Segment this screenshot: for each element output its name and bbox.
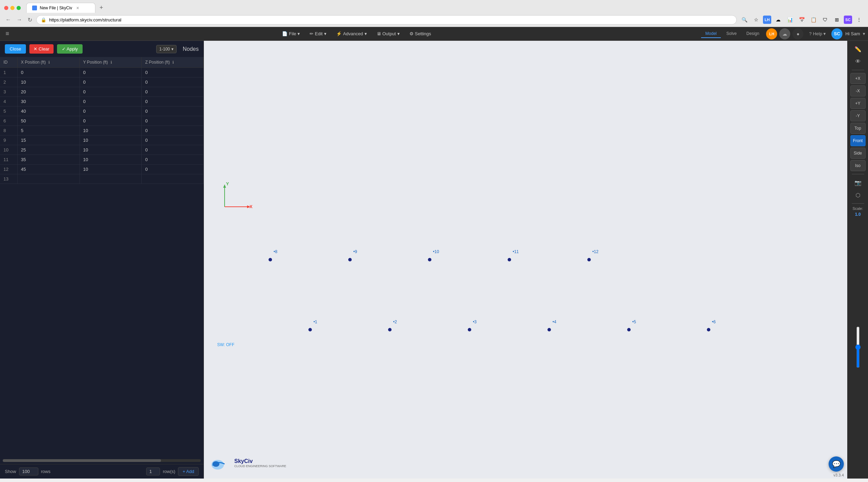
cell-id-2[interactable]: 2 <box>0 77 17 87</box>
cell-x-12[interactable]: 45 <box>17 165 79 174</box>
cell-id-9[interactable]: 9 <box>0 136 17 145</box>
node-point-4[interactable] <box>547 328 551 332</box>
node-point-3[interactable] <box>468 328 471 332</box>
menu-item-edit[interactable]: ✏ Edit ▾ <box>305 29 330 38</box>
cell-y-3[interactable]: 0 <box>79 87 142 97</box>
layers-button[interactable]: ⬡ <box>850 189 866 201</box>
cell-x-6[interactable]: 50 <box>17 116 79 126</box>
extension-security[interactable]: 🛡 <box>820 15 830 25</box>
front-view-button[interactable]: Front <box>850 135 866 146</box>
extension-skyciv[interactable]: SC <box>844 16 852 24</box>
node-point-5[interactable] <box>627 328 631 332</box>
cell-y-13[interactable] <box>79 174 142 184</box>
cell-z-8[interactable]: 0 <box>142 126 204 136</box>
cell-z-1[interactable]: 0 <box>142 68 204 77</box>
cell-y-1[interactable]: 0 <box>79 68 142 77</box>
x-info-icon[interactable]: ℹ <box>48 60 50 64</box>
help-button[interactable]: ? Help ▾ <box>806 30 829 38</box>
cell-x-3[interactable]: 20 <box>17 87 79 97</box>
cell-x-4[interactable]: 30 <box>17 97 79 106</box>
user-greeting[interactable]: Hi Sam <box>845 31 860 36</box>
plus-y-button[interactable]: +Y <box>850 98 866 109</box>
add-row-count-input[interactable] <box>146 467 160 475</box>
apply-button[interactable]: ✓ Apply <box>57 44 83 54</box>
panel-scrollbar-area[interactable] <box>0 458 204 464</box>
menu-button[interactable]: ⋮ <box>854 15 864 25</box>
plus-x-button[interactable]: +X <box>850 73 866 84</box>
scale-slider-container[interactable] <box>855 218 861 476</box>
cell-z-4[interactable]: 0 <box>142 97 204 106</box>
toolbar-icon-cloud[interactable]: ☁ <box>779 28 790 39</box>
scale-slider[interactable] <box>855 326 861 368</box>
extension-sheet[interactable]: 📋 <box>809 15 818 25</box>
url-input[interactable] <box>49 17 732 22</box>
minus-y-button[interactable]: -Y <box>850 110 866 121</box>
cell-y-8[interactable]: 10 <box>79 126 142 136</box>
cell-z-12[interactable]: 0 <box>142 165 204 174</box>
rows-count-input[interactable] <box>19 467 38 475</box>
toolbar-icon-orange[interactable]: LH <box>766 28 777 39</box>
node-point-6[interactable] <box>707 328 710 332</box>
side-view-button[interactable]: Side <box>850 148 866 159</box>
add-row-button[interactable]: + Add <box>178 467 199 476</box>
cell-y-2[interactable]: 0 <box>79 77 142 87</box>
node-point-8[interactable] <box>268 258 272 261</box>
cell-id-13[interactable]: 13 <box>0 174 17 184</box>
cell-z-2[interactable]: 0 <box>142 77 204 87</box>
camera-button[interactable]: 📷 <box>850 177 866 188</box>
menu-item-output[interactable]: 🖥 Output ▾ <box>372 29 404 38</box>
node-point-12[interactable] <box>587 258 591 261</box>
cell-z-6[interactable]: 0 <box>142 116 204 126</box>
cell-id-11[interactable]: 11 <box>0 155 17 165</box>
cell-y-9[interactable]: 10 <box>79 136 142 145</box>
cell-x-9[interactable]: 15 <box>17 136 79 145</box>
extension-manage[interactable]: ⊞ <box>832 15 842 25</box>
menu-item-advanced[interactable]: ⚡ Advanced ▾ <box>332 29 371 38</box>
back-button[interactable]: ← <box>4 15 12 24</box>
refresh-button[interactable]: ↻ <box>26 15 34 25</box>
tab-model[interactable]: Model <box>701 30 721 38</box>
cell-y-5[interactable]: 0 <box>79 106 142 116</box>
cell-x-10[interactable]: 25 <box>17 145 79 155</box>
search-button[interactable]: 🔍 <box>739 15 749 25</box>
cell-id-8[interactable]: 8 <box>0 126 17 136</box>
extension-lh[interactable]: LH <box>763 16 771 24</box>
tab-close-button[interactable]: × <box>76 5 79 11</box>
range-selector[interactable]: 1-100 ▾ <box>156 45 177 53</box>
cell-x-8[interactable]: 5 <box>17 126 79 136</box>
cell-id-4[interactable]: 4 <box>0 97 17 106</box>
edit-toolbar-button[interactable]: ✏️ <box>850 44 866 55</box>
toolbar-icon-dark[interactable]: ● <box>792 28 803 39</box>
bookmark-button[interactable]: ☆ <box>751 15 761 25</box>
close-window-button[interactable] <box>4 6 8 10</box>
cell-y-4[interactable]: 0 <box>79 97 142 106</box>
menu-item-settings[interactable]: ⚙ Settings <box>405 29 435 38</box>
cell-y-10[interactable]: 10 <box>79 145 142 155</box>
address-bar[interactable]: 🔒 <box>36 15 737 25</box>
node-point-10[interactable] <box>428 258 431 261</box>
y-info-icon[interactable]: ℹ <box>111 60 112 64</box>
extension-chart[interactable]: 📊 <box>785 15 795 25</box>
cell-y-6[interactable]: 0 <box>79 116 142 126</box>
tab-design[interactable]: Design <box>742 30 763 38</box>
cell-id-12[interactable]: 12 <box>0 165 17 174</box>
node-point-11[interactable] <box>508 258 511 261</box>
eye-toolbar-button[interactable]: 👁 <box>850 56 866 67</box>
chat-button[interactable]: 💬 <box>829 456 844 472</box>
cell-z-9[interactable]: 0 <box>142 136 204 145</box>
cell-z-3[interactable]: 0 <box>142 87 204 97</box>
horizontal-scrollbar[interactable] <box>3 459 201 462</box>
cell-x-2[interactable]: 10 <box>17 77 79 87</box>
clear-button[interactable]: ✕ Clear <box>29 44 54 54</box>
cell-x-11[interactable]: 35 <box>17 155 79 165</box>
close-button[interactable]: Close <box>5 44 26 54</box>
node-point-2[interactable] <box>388 328 391 332</box>
active-tab[interactable]: New File | SkyCiv × <box>26 3 95 13</box>
extension-calendar[interactable]: 📅 <box>797 15 806 25</box>
cell-x-13[interactable] <box>17 174 79 184</box>
cell-x-1[interactable]: 0 <box>17 68 79 77</box>
minimize-window-button[interactable] <box>10 6 15 10</box>
cell-id-1[interactable]: 1 <box>0 68 17 77</box>
top-view-button[interactable]: Top <box>850 123 866 134</box>
table-container[interactable]: ID X Position (ft) ℹ Y Position (ft) ℹ <box>0 57 204 458</box>
